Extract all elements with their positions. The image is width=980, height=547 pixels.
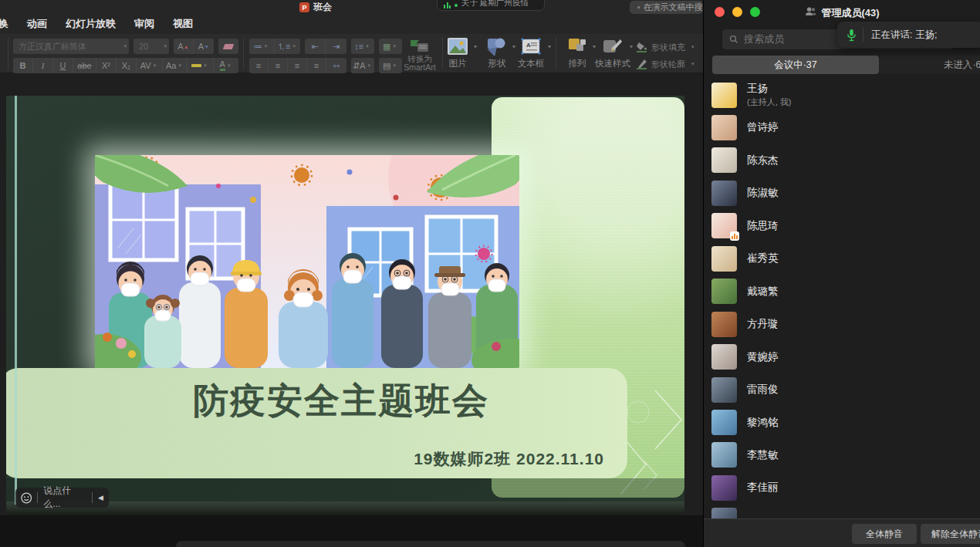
member-row[interactable]: 曾诗婷 bbox=[704, 111, 980, 144]
shape-outline-button[interactable]: 形状轮廓 ▾ bbox=[636, 57, 701, 71]
decrease-font-button[interactable]: A▼ bbox=[194, 39, 214, 54]
underline-button[interactable]: U bbox=[53, 58, 73, 73]
font-name-combo[interactable]: 方正汉真广标简体 ▾ bbox=[13, 39, 129, 54]
align-right-button[interactable]: ≡ bbox=[288, 58, 307, 73]
shape-fill-button[interactable]: 形状填充 ▾ bbox=[636, 40, 701, 54]
member-row[interactable]: 雷雨俊 bbox=[704, 373, 980, 406]
char-spacing-button[interactable]: AV▾ bbox=[137, 58, 163, 73]
member-row[interactable]: 崔秀英 bbox=[704, 242, 980, 275]
chat-input-placeholder[interactable]: 说点什么... bbox=[43, 485, 86, 511]
font-color-button[interactable]: A▾ bbox=[214, 58, 238, 73]
smiley-icon bbox=[21, 492, 32, 504]
member-name: 黎鸿铭 bbox=[747, 416, 779, 430]
masked-people-illustration bbox=[95, 155, 519, 368]
subscript-button[interactable]: X₂ bbox=[117, 58, 137, 73]
member-row[interactable]: 王扬(主持人, 我) bbox=[704, 79, 980, 111]
insert-textbox-button[interactable]: A 文本框 bbox=[514, 37, 548, 69]
member-role: (主持人, 我) bbox=[747, 96, 791, 108]
menu-tab-view[interactable]: 视图 bbox=[164, 14, 202, 34]
member-avatar bbox=[711, 475, 737, 501]
menu-tab-animation[interactable]: 动画 bbox=[18, 14, 56, 34]
arrange-icon bbox=[567, 37, 587, 56]
align-text-button[interactable]: ▤▾ bbox=[379, 58, 402, 73]
strikethrough-button[interactable]: abe bbox=[73, 58, 96, 73]
mute-all-button[interactable]: 全体静音 bbox=[852, 524, 917, 544]
align-left-button[interactable]: ≡ bbox=[249, 58, 269, 73]
member-avatar bbox=[711, 377, 737, 403]
chevron-down-icon[interactable]: ▾ bbox=[630, 43, 633, 50]
bullet-list-button[interactable]: ≔▾ bbox=[249, 39, 275, 54]
panel-title: 管理成员(43) bbox=[821, 6, 879, 20]
slide-illustration[interactable] bbox=[95, 155, 519, 368]
quick-style-icon bbox=[602, 37, 623, 56]
document-title-text: 班会 bbox=[313, 1, 332, 14]
menu-tab-slideshow[interactable]: 幻灯片放映 bbox=[56, 14, 125, 34]
distribute-button[interactable]: ⇿ bbox=[326, 58, 346, 73]
member-avatar bbox=[711, 442, 737, 468]
collapse-chat-icon[interactable]: ◀ bbox=[98, 494, 103, 501]
arrange-button[interactable]: 排列 bbox=[560, 37, 594, 69]
columns-button[interactable]: ▦▾ bbox=[379, 39, 402, 54]
unmute-all-button[interactable]: 解除全体静音 bbox=[921, 524, 980, 544]
text-direction-button[interactable]: ⇵A▾ bbox=[351, 58, 374, 73]
menu-tab-transition[interactable]: 换 bbox=[0, 14, 18, 34]
text-direction-icon: ⇵A▾ bbox=[351, 58, 374, 73]
chevron-down-icon[interactable]: ▾ bbox=[548, 43, 551, 50]
member-row[interactable]: 陈东杰 bbox=[704, 144, 980, 177]
decrease-indent-button[interactable]: ⇤ bbox=[305, 39, 326, 54]
member-row[interactable]: 黄婉婷 bbox=[704, 341, 980, 373]
smartart-icon bbox=[410, 38, 430, 53]
tab-not-joined[interactable]: 未进入·6 bbox=[879, 56, 980, 74]
member-name: 戴璐繁 bbox=[747, 285, 779, 299]
member-row[interactable]: 戴璐繁 bbox=[704, 275, 980, 308]
ribbon-separator bbox=[556, 37, 556, 69]
member-row[interactable] bbox=[704, 505, 980, 518]
justify-button[interactable]: ≡ bbox=[307, 58, 326, 73]
clear-format-button[interactable] bbox=[218, 39, 238, 54]
member-name: 陈淑敏 bbox=[747, 186, 779, 200]
member-name: 王扬 bbox=[747, 82, 791, 96]
member-search-placeholder: 搜索成员 bbox=[744, 32, 784, 46]
highlight-color-button[interactable]: ▾ bbox=[188, 58, 214, 73]
increase-font-button[interactable]: A▲ bbox=[174, 39, 194, 54]
quick-style-button[interactable]: 快速样式 bbox=[594, 37, 631, 69]
picture-icon bbox=[447, 37, 468, 56]
member-row[interactable]: 陈思琦 bbox=[704, 210, 980, 242]
ribbon-separator bbox=[243, 37, 244, 69]
member-name: 崔秀英 bbox=[747, 252, 779, 265]
menu-tab-review[interactable]: 审阅 bbox=[125, 14, 164, 34]
green-dot-icon bbox=[455, 4, 458, 7]
change-case-button[interactable]: Aa▾ bbox=[163, 58, 188, 73]
member-row[interactable]: 方丹璇 bbox=[704, 308, 980, 340]
slide-canvas[interactable]: 防疫安全主题班会 19数媒师2班 2022.11.10 bbox=[6, 96, 684, 515]
member-row[interactable]: 黎鸿铭 bbox=[704, 407, 980, 439]
member-row[interactable]: 陈淑敏 bbox=[704, 177, 980, 209]
insert-picture-button[interactable]: 图片 bbox=[441, 37, 475, 69]
notification-pill[interactable]: 关于 延期广州疫情 bbox=[437, 0, 545, 11]
fill-bucket-icon bbox=[636, 42, 647, 52]
font-grow-shrink-group: A▲ A▼ bbox=[174, 39, 214, 54]
bold-button[interactable]: B bbox=[13, 58, 33, 73]
numbered-list-button[interactable]: ⒈≡▾ bbox=[275, 39, 300, 54]
convert-smartart-button[interactable]: 转换为SmartArt bbox=[400, 38, 440, 72]
chat-bar[interactable]: 说点什么... ◀ bbox=[15, 488, 109, 508]
panel-title-wrap: 管理成员(43) bbox=[704, 6, 980, 20]
member-row[interactable]: 李佳丽 bbox=[704, 471, 980, 504]
insert-shapes-button[interactable]: 形状 bbox=[480, 37, 514, 69]
chevron-down-icon: ▾ bbox=[121, 43, 129, 49]
superscript-button[interactable]: X² bbox=[96, 58, 117, 73]
svg-text:A: A bbox=[526, 42, 531, 49]
chevron-down-icon: ▾ bbox=[689, 61, 697, 67]
italic-button[interactable]: I bbox=[33, 58, 53, 73]
member-row[interactable]: 李慧敏 bbox=[704, 439, 980, 471]
increase-indent-button[interactable]: ⇥ bbox=[326, 39, 346, 54]
presentation-search[interactable]: ▾ 在演示文稿中搜 bbox=[630, 1, 703, 14]
member-avatar bbox=[711, 312, 737, 337]
line-spacing-button[interactable]: ↕≡▾ bbox=[351, 39, 374, 54]
chevron-down-icon: ▾ bbox=[637, 5, 640, 11]
font-size-combo[interactable]: 20 ▾ bbox=[133, 39, 169, 54]
align-center-button[interactable]: ≡ bbox=[269, 58, 288, 73]
app-titlebar bbox=[0, 0, 703, 14]
chevron-down-icon[interactable]: ▾ bbox=[474, 43, 477, 50]
tab-in-meeting[interactable]: 会议中·37 bbox=[712, 56, 879, 74]
